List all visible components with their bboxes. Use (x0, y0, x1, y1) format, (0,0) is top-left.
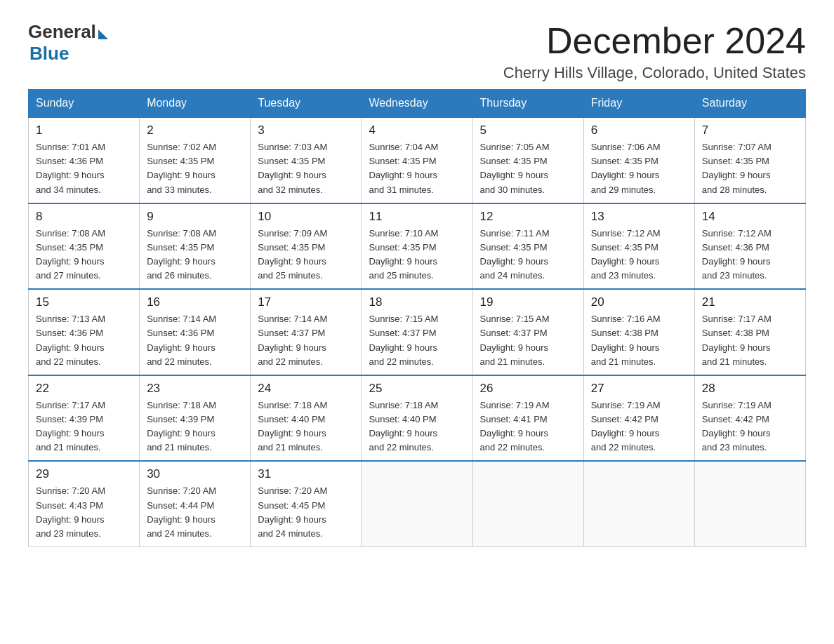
logo-general-text: General (28, 21, 96, 43)
calendar-header-monday: Monday (140, 90, 251, 118)
calendar-day-cell: 30Sunrise: 7:20 AM Sunset: 4:44 PM Dayli… (140, 461, 251, 546)
day-number: 24 (258, 382, 354, 396)
calendar-day-cell: 11Sunrise: 7:10 AM Sunset: 4:35 PM Dayli… (362, 203, 472, 290)
day-info: Sunrise: 7:07 AM Sunset: 4:35 PM Dayligh… (702, 140, 798, 197)
day-info: Sunrise: 7:18 AM Sunset: 4:40 PM Dayligh… (369, 398, 465, 455)
day-info: Sunrise: 7:20 AM Sunset: 4:45 PM Dayligh… (258, 484, 354, 541)
calendar-day-cell: 27Sunrise: 7:19 AM Sunset: 4:42 PM Dayli… (583, 375, 694, 462)
day-info: Sunrise: 7:02 AM Sunset: 4:35 PM Dayligh… (147, 140, 243, 197)
calendar-day-cell: 9Sunrise: 7:08 AM Sunset: 4:35 PM Daylig… (140, 203, 251, 290)
day-info: Sunrise: 7:18 AM Sunset: 4:39 PM Dayligh… (147, 398, 243, 455)
calendar-week-row: 1Sunrise: 7:01 AM Sunset: 4:36 PM Daylig… (29, 117, 806, 203)
day-info: Sunrise: 7:12 AM Sunset: 4:35 PM Dayligh… (591, 227, 687, 283)
logo-blue-text: Blue (29, 43, 69, 65)
day-info: Sunrise: 7:20 AM Sunset: 4:43 PM Dayligh… (36, 484, 132, 541)
calendar-day-cell: 24Sunrise: 7:18 AM Sunset: 4:40 PM Dayli… (251, 375, 362, 462)
calendar-week-row: 29Sunrise: 7:20 AM Sunset: 4:43 PM Dayli… (29, 461, 806, 546)
calendar-header-sunday: Sunday (29, 90, 140, 118)
day-info: Sunrise: 7:18 AM Sunset: 4:40 PM Dayligh… (258, 398, 354, 455)
day-number: 23 (147, 382, 243, 396)
day-info: Sunrise: 7:12 AM Sunset: 4:36 PM Dayligh… (702, 227, 798, 283)
day-number: 19 (480, 295, 576, 309)
day-info: Sunrise: 7:08 AM Sunset: 4:35 PM Dayligh… (147, 227, 243, 283)
day-info: Sunrise: 7:01 AM Sunset: 4:36 PM Dayligh… (36, 140, 132, 197)
day-number: 27 (591, 382, 687, 396)
day-info: Sunrise: 7:19 AM Sunset: 4:41 PM Dayligh… (480, 398, 576, 455)
page-header: General Blue December 2024 Cherry Hills … (28, 21, 806, 82)
calendar-day-cell (694, 461, 805, 546)
calendar-day-cell: 22Sunrise: 7:17 AM Sunset: 4:39 PM Dayli… (29, 375, 140, 462)
calendar-day-cell: 21Sunrise: 7:17 AM Sunset: 4:38 PM Dayli… (694, 289, 805, 375)
day-info: Sunrise: 7:09 AM Sunset: 4:35 PM Dayligh… (258, 227, 354, 283)
day-info: Sunrise: 7:06 AM Sunset: 4:35 PM Dayligh… (591, 140, 687, 197)
day-number: 1 (36, 123, 132, 137)
calendar-day-cell: 31Sunrise: 7:20 AM Sunset: 4:45 PM Dayli… (251, 461, 362, 546)
day-info: Sunrise: 7:16 AM Sunset: 4:38 PM Dayligh… (591, 312, 687, 369)
calendar-day-cell: 20Sunrise: 7:16 AM Sunset: 4:38 PM Dayli… (583, 289, 694, 375)
day-number: 11 (369, 210, 465, 224)
calendar-day-cell: 13Sunrise: 7:12 AM Sunset: 4:35 PM Dayli… (583, 203, 694, 290)
day-info: Sunrise: 7:13 AM Sunset: 4:36 PM Dayligh… (36, 312, 132, 369)
calendar-header-wednesday: Wednesday (362, 90, 472, 118)
day-number: 15 (36, 295, 132, 309)
day-info: Sunrise: 7:20 AM Sunset: 4:44 PM Dayligh… (147, 484, 243, 541)
day-info: Sunrise: 7:14 AM Sunset: 4:37 PM Dayligh… (258, 312, 354, 369)
calendar-day-cell: 29Sunrise: 7:20 AM Sunset: 4:43 PM Dayli… (29, 461, 140, 546)
calendar-day-cell: 16Sunrise: 7:14 AM Sunset: 4:36 PM Dayli… (140, 289, 251, 375)
calendar-table: SundayMondayTuesdayWednesdayThursdayFrid… (28, 89, 806, 547)
calendar-day-cell: 7Sunrise: 7:07 AM Sunset: 4:35 PM Daylig… (694, 117, 805, 203)
day-info: Sunrise: 7:17 AM Sunset: 4:38 PM Dayligh… (702, 312, 798, 369)
calendar-day-cell: 1Sunrise: 7:01 AM Sunset: 4:36 PM Daylig… (29, 117, 140, 203)
day-number: 30 (147, 467, 243, 481)
logo-arrow-icon (98, 29, 108, 39)
day-number: 6 (591, 123, 687, 137)
day-number: 16 (147, 295, 243, 309)
day-info: Sunrise: 7:04 AM Sunset: 4:35 PM Dayligh… (369, 140, 465, 197)
location-title: Cherry Hills Village, Colorado, United S… (503, 64, 806, 82)
day-info: Sunrise: 7:05 AM Sunset: 4:35 PM Dayligh… (480, 140, 576, 197)
calendar-day-cell: 19Sunrise: 7:15 AM Sunset: 4:37 PM Dayli… (472, 289, 583, 375)
day-info: Sunrise: 7:10 AM Sunset: 4:35 PM Dayligh… (369, 227, 465, 283)
day-info: Sunrise: 7:19 AM Sunset: 4:42 PM Dayligh… (591, 398, 687, 455)
calendar-header-thursday: Thursday (472, 90, 583, 118)
day-number: 18 (369, 295, 465, 309)
day-info: Sunrise: 7:11 AM Sunset: 4:35 PM Dayligh… (480, 227, 576, 283)
day-number: 17 (258, 295, 354, 309)
calendar-week-row: 22Sunrise: 7:17 AM Sunset: 4:39 PM Dayli… (29, 375, 806, 462)
day-number: 29 (36, 467, 132, 481)
logo: General Blue (28, 21, 108, 65)
day-info: Sunrise: 7:19 AM Sunset: 4:42 PM Dayligh… (702, 398, 798, 455)
calendar-day-cell: 14Sunrise: 7:12 AM Sunset: 4:36 PM Dayli… (694, 203, 805, 290)
day-number: 25 (369, 382, 465, 396)
day-number: 14 (702, 210, 798, 224)
calendar-day-cell: 12Sunrise: 7:11 AM Sunset: 4:35 PM Dayli… (472, 203, 583, 290)
calendar-day-cell: 6Sunrise: 7:06 AM Sunset: 4:35 PM Daylig… (583, 117, 694, 203)
calendar-day-cell (583, 461, 694, 546)
calendar-day-cell: 28Sunrise: 7:19 AM Sunset: 4:42 PM Dayli… (694, 375, 805, 462)
calendar-day-cell: 3Sunrise: 7:03 AM Sunset: 4:35 PM Daylig… (251, 117, 362, 203)
day-number: 5 (480, 123, 576, 137)
calendar-header-row: SundayMondayTuesdayWednesdayThursdayFrid… (29, 90, 806, 118)
calendar-week-row: 15Sunrise: 7:13 AM Sunset: 4:36 PM Dayli… (29, 289, 806, 375)
calendar-day-cell: 26Sunrise: 7:19 AM Sunset: 4:41 PM Dayli… (472, 375, 583, 462)
calendar-week-row: 8Sunrise: 7:08 AM Sunset: 4:35 PM Daylig… (29, 203, 806, 290)
day-number: 4 (369, 123, 465, 137)
calendar-day-cell: 18Sunrise: 7:15 AM Sunset: 4:37 PM Dayli… (362, 289, 472, 375)
day-info: Sunrise: 7:08 AM Sunset: 4:35 PM Dayligh… (36, 227, 132, 283)
day-number: 7 (702, 123, 798, 137)
calendar-day-cell (362, 461, 472, 546)
calendar-day-cell: 10Sunrise: 7:09 AM Sunset: 4:35 PM Dayli… (251, 203, 362, 290)
calendar-day-cell (472, 461, 583, 546)
calendar-day-cell: 23Sunrise: 7:18 AM Sunset: 4:39 PM Dayli… (140, 375, 251, 462)
calendar-header-saturday: Saturday (694, 90, 805, 118)
day-number: 9 (147, 210, 243, 224)
day-info: Sunrise: 7:15 AM Sunset: 4:37 PM Dayligh… (480, 312, 576, 369)
calendar-day-cell: 4Sunrise: 7:04 AM Sunset: 4:35 PM Daylig… (362, 117, 472, 203)
day-number: 8 (36, 210, 132, 224)
day-number: 2 (147, 123, 243, 137)
day-info: Sunrise: 7:15 AM Sunset: 4:37 PM Dayligh… (369, 312, 465, 369)
day-number: 31 (258, 467, 354, 481)
calendar-header-tuesday: Tuesday (251, 90, 362, 118)
month-title: December 2024 (503, 21, 806, 61)
day-number: 28 (702, 382, 798, 396)
